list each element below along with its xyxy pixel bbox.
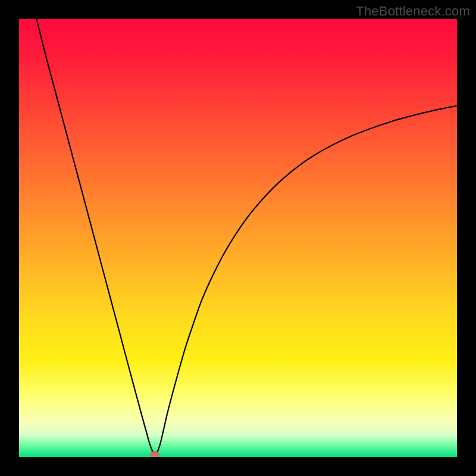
chart-curve xyxy=(19,19,457,457)
watermark-text: TheBottleneck.com xyxy=(356,4,470,19)
plot-area xyxy=(19,19,457,457)
optimum-marker xyxy=(150,451,159,457)
